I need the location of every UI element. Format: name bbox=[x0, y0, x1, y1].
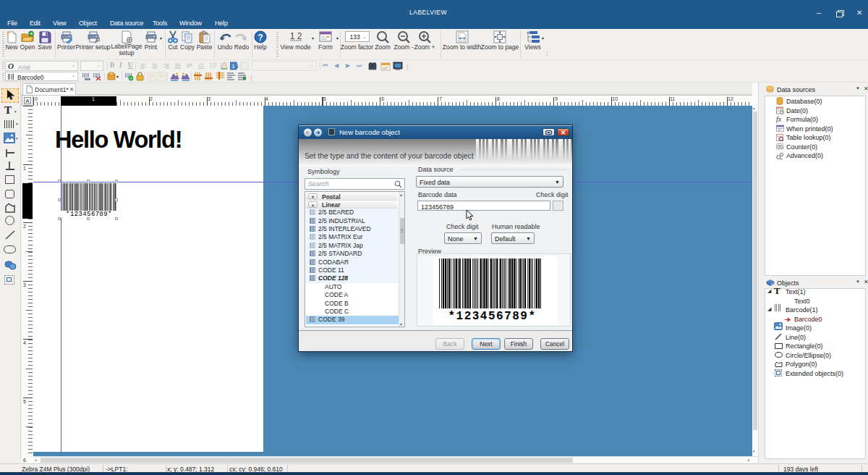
svg-text:00,: 00, bbox=[778, 144, 784, 149]
svg-text:1: 1 bbox=[231, 63, 235, 70]
svg-text:o: o bbox=[780, 156, 783, 160]
svg-text:1 2: 1 2 bbox=[289, 31, 302, 41]
svg-text:?: ? bbox=[258, 33, 263, 43]
svg-text:fx: fx bbox=[776, 115, 782, 123]
